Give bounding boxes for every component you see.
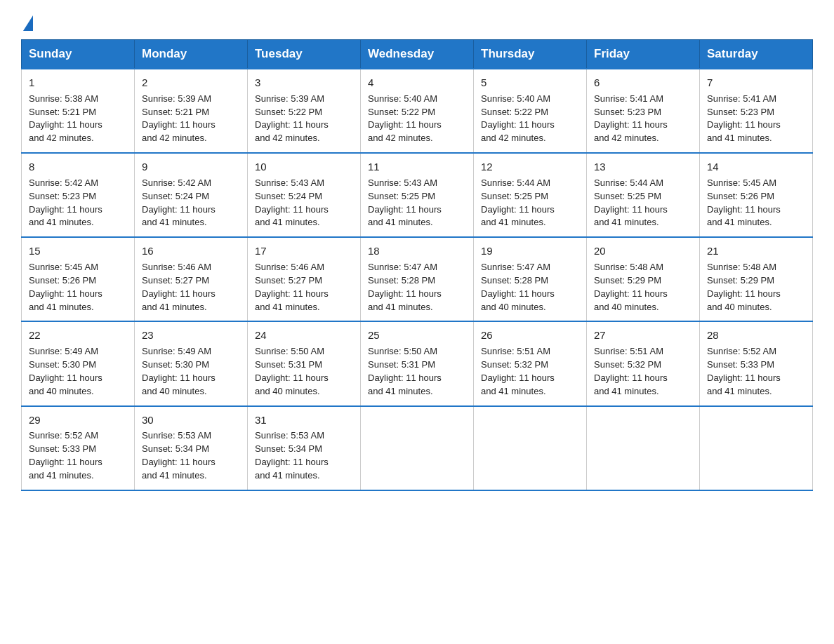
day-number: 27 (594, 328, 692, 343)
calendar-cell: 13Sunrise: 5:44 AMSunset: 5:25 PMDayligh… (587, 153, 700, 237)
column-header-saturday: Saturday (700, 40, 813, 69)
calendar-cell (587, 406, 700, 490)
day-number: 7 (707, 75, 805, 90)
day-number: 22 (29, 328, 127, 343)
day-number: 17 (255, 243, 353, 259)
calendar-cell (474, 406, 587, 490)
calendar-cell: 11Sunrise: 5:43 AMSunset: 5:25 PMDayligh… (361, 153, 474, 237)
calendar-cell: 15Sunrise: 5:45 AMSunset: 5:26 PMDayligh… (22, 237, 135, 321)
calendar-cell (361, 406, 474, 490)
column-header-friday: Friday (587, 40, 700, 69)
calendar-cell: 24Sunrise: 5:50 AMSunset: 5:31 PMDayligh… (248, 321, 361, 405)
calendar-cell: 31Sunrise: 5:53 AMSunset: 5:34 PMDayligh… (248, 406, 361, 490)
page-header (21, 14, 813, 27)
calendar-cell: 23Sunrise: 5:49 AMSunset: 5:30 PMDayligh… (135, 321, 248, 405)
calendar-cell: 30Sunrise: 5:53 AMSunset: 5:34 PMDayligh… (135, 406, 248, 490)
calendar-cell: 9Sunrise: 5:42 AMSunset: 5:24 PMDaylight… (135, 153, 248, 237)
day-number: 2 (142, 75, 240, 90)
calendar-cell: 6Sunrise: 5:41 AMSunset: 5:23 PMDaylight… (587, 69, 700, 153)
calendar-cell: 8Sunrise: 5:42 AMSunset: 5:23 PMDaylight… (22, 153, 135, 237)
calendar-cell: 5Sunrise: 5:40 AMSunset: 5:22 PMDaylight… (474, 69, 587, 153)
day-number: 26 (481, 328, 579, 343)
calendar-week-row: 15Sunrise: 5:45 AMSunset: 5:26 PMDayligh… (22, 237, 813, 321)
calendar-cell: 1Sunrise: 5:38 AMSunset: 5:21 PMDaylight… (22, 69, 135, 153)
day-number: 31 (255, 412, 353, 428)
column-header-wednesday: Wednesday (361, 40, 474, 69)
calendar-cell: 4Sunrise: 5:40 AMSunset: 5:22 PMDaylight… (361, 69, 474, 153)
calendar-cell: 29Sunrise: 5:52 AMSunset: 5:33 PMDayligh… (22, 406, 135, 490)
day-number: 5 (481, 75, 579, 90)
calendar-cell: 26Sunrise: 5:51 AMSunset: 5:32 PMDayligh… (474, 321, 587, 405)
day-number: 13 (594, 159, 692, 175)
calendar-header-row: SundayMondayTuesdayWednesdayThursdayFrid… (22, 40, 813, 69)
calendar-cell: 20Sunrise: 5:48 AMSunset: 5:29 PMDayligh… (587, 237, 700, 321)
logo (21, 14, 33, 27)
day-number: 15 (29, 243, 127, 259)
calendar-cell: 12Sunrise: 5:44 AMSunset: 5:25 PMDayligh… (474, 153, 587, 237)
day-number: 16 (142, 243, 240, 259)
calendar-week-row: 1Sunrise: 5:38 AMSunset: 5:21 PMDaylight… (22, 69, 813, 153)
day-number: 19 (481, 243, 579, 259)
day-number: 4 (368, 75, 466, 90)
day-number: 3 (255, 75, 353, 90)
calendar-cell: 17Sunrise: 5:46 AMSunset: 5:27 PMDayligh… (248, 237, 361, 321)
calendar-cell: 22Sunrise: 5:49 AMSunset: 5:30 PMDayligh… (22, 321, 135, 405)
day-number: 11 (368, 159, 466, 175)
calendar-cell: 28Sunrise: 5:52 AMSunset: 5:33 PMDayligh… (700, 321, 813, 405)
calendar-cell: 3Sunrise: 5:39 AMSunset: 5:22 PMDaylight… (248, 69, 361, 153)
column-header-thursday: Thursday (474, 40, 587, 69)
day-number: 21 (707, 243, 805, 259)
column-header-sunday: Sunday (22, 40, 135, 69)
day-number: 6 (594, 75, 692, 90)
column-header-monday: Monday (135, 40, 248, 69)
calendar-cell: 19Sunrise: 5:47 AMSunset: 5:28 PMDayligh… (474, 237, 587, 321)
day-number: 20 (594, 243, 692, 259)
calendar-week-row: 22Sunrise: 5:49 AMSunset: 5:30 PMDayligh… (22, 321, 813, 405)
calendar-table: SundayMondayTuesdayWednesdayThursdayFrid… (21, 39, 813, 491)
calendar-cell: 10Sunrise: 5:43 AMSunset: 5:24 PMDayligh… (248, 153, 361, 237)
day-number: 14 (707, 159, 805, 175)
day-number: 1 (29, 75, 127, 90)
day-number: 25 (368, 328, 466, 343)
calendar-cell: 7Sunrise: 5:41 AMSunset: 5:23 PMDaylight… (700, 69, 813, 153)
calendar-cell: 27Sunrise: 5:51 AMSunset: 5:32 PMDayligh… (587, 321, 700, 405)
day-number: 12 (481, 159, 579, 175)
day-number: 9 (142, 159, 240, 175)
calendar-cell: 18Sunrise: 5:47 AMSunset: 5:28 PMDayligh… (361, 237, 474, 321)
day-number: 24 (255, 328, 353, 343)
day-number: 18 (368, 243, 466, 259)
calendar-cell: 21Sunrise: 5:48 AMSunset: 5:29 PMDayligh… (700, 237, 813, 321)
calendar-cell (700, 406, 813, 490)
logo-triangle-icon (23, 15, 33, 31)
day-number: 23 (142, 328, 240, 343)
calendar-cell: 2Sunrise: 5:39 AMSunset: 5:21 PMDaylight… (135, 69, 248, 153)
calendar-week-row: 29Sunrise: 5:52 AMSunset: 5:33 PMDayligh… (22, 406, 813, 490)
calendar-week-row: 8Sunrise: 5:42 AMSunset: 5:23 PMDaylight… (22, 153, 813, 237)
calendar-cell: 16Sunrise: 5:46 AMSunset: 5:27 PMDayligh… (135, 237, 248, 321)
day-number: 10 (255, 159, 353, 175)
calendar-cell: 14Sunrise: 5:45 AMSunset: 5:26 PMDayligh… (700, 153, 813, 237)
column-header-tuesday: Tuesday (248, 40, 361, 69)
day-number: 30 (142, 412, 240, 428)
day-number: 8 (29, 159, 127, 175)
day-number: 28 (707, 328, 805, 343)
calendar-cell: 25Sunrise: 5:50 AMSunset: 5:31 PMDayligh… (361, 321, 474, 405)
day-number: 29 (29, 412, 127, 428)
